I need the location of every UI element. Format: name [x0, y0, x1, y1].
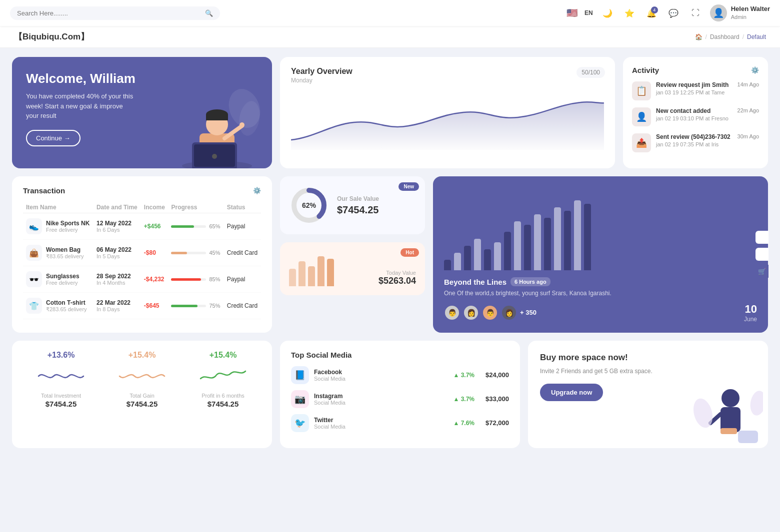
item-name-3: Cotton T-shirt	[46, 299, 87, 306]
activity-title-2: Sent review (504)236-7302	[656, 133, 732, 140]
stat-value-0: $7454.25	[23, 400, 99, 408]
activity-text-1: New contact added jan 02 19 03:10 PM at …	[656, 107, 732, 121]
bar-11	[554, 207, 561, 270]
income-cell-1: -$80	[141, 240, 168, 266]
item-sub-1: ₹83.65 delivery	[46, 253, 84, 260]
star-icon[interactable]: ⭐	[622, 5, 637, 20]
bar-group	[574, 200, 581, 270]
edge-icon-3[interactable]: 🛒	[756, 265, 768, 278]
language-selector[interactable]: EN	[584, 9, 593, 16]
user-avatar-wrap[interactable]: 👤 Helen Walter Admin	[710, 4, 770, 21]
continue-button[interactable]: Continue →	[26, 130, 80, 146]
upgrade-button[interactable]: Upgrade now	[540, 384, 603, 401]
bar-chart-card: Beyond the Lines 6 Hours ago One Of the …	[433, 176, 768, 333]
item-name-cell: 👕 Cotton T-shirt ₹283.65 delivery	[23, 293, 94, 319]
date-month: June	[744, 316, 757, 323]
yearly-overview-card: Yearly Overview Monday 50/100	[280, 57, 615, 168]
top-navigation: 🔍 🇺🇸 EN 🌙 ⭐ 🔔 4 💬 ⛶ 👤 Helen Walter Admin	[0, 0, 780, 26]
svg-point-22	[748, 390, 763, 417]
breadcrumb-default[interactable]: Default	[747, 33, 766, 40]
item-days-3: In 8 Days	[96, 306, 138, 312]
bar-group	[534, 214, 541, 270]
svg-rect-7	[206, 114, 228, 120]
flag-icon: 🇺🇸	[566, 7, 578, 18]
item-name-cell: 👟 Nike Sports NK Free delivery	[23, 213, 94, 240]
social-list: 📘 Facebook Social Media ▲ 3.7% $24,000 📷…	[291, 366, 509, 432]
social-amount-0: $24,000	[486, 371, 509, 379]
sale-cards: New 62% Our Sale Value $7454.25 Hot	[280, 176, 425, 333]
hot-bar-chart: Today Value $5263.04	[289, 251, 416, 286]
sparkline-0	[23, 364, 99, 389]
bar-6	[504, 232, 511, 270]
activity-desc-1: jan 02 19 03:10 PM at Fresno	[656, 115, 732, 121]
notifications-bell[interactable]: 🔔 4	[644, 5, 659, 20]
progress-pct-3: 75%	[209, 303, 220, 309]
messages-icon[interactable]: 💬	[666, 5, 681, 20]
mini-pct-2: +15.4%	[185, 351, 261, 360]
status-cell-1: Credit Card	[224, 240, 261, 266]
bar-1	[454, 253, 461, 270]
bar-0	[444, 260, 451, 270]
avatar: 👤	[710, 4, 727, 21]
sale-new-label: Our Sale Value	[337, 195, 379, 202]
avatars-row: 👨 👩 👨 👩 + 350 10 June	[444, 303, 757, 323]
upgrade-desc: Invite 2 Friends and get 5 GB extra spac…	[540, 367, 756, 376]
item-name-2: Sunglasses	[46, 273, 80, 280]
social-item-2: 🐦 Twitter Social Media ▲ 7.6% $72,000	[291, 414, 509, 432]
new-badge: New	[398, 182, 419, 191]
social-name-2: Twitter	[314, 417, 346, 424]
stat-value-1: $7454.25	[104, 400, 180, 408]
breadcrumb-dashboard[interactable]: Dashboard	[710, 33, 740, 40]
expand-icon[interactable]: ⛶	[688, 5, 703, 20]
bar-group	[514, 221, 521, 270]
social-pct-0: ▲ 3.7%	[453, 372, 474, 379]
social-icon-0: 📘	[291, 366, 309, 384]
stat-name-1: Total Gain	[104, 393, 180, 399]
activity-text-2: Sent review (504)236-7302 jan 02 19 07:3…	[656, 133, 732, 147]
social-info-1: Instagram Social Media	[314, 393, 346, 406]
item-name-cell: 👜 Women Bag ₹83.65 delivery	[23, 240, 94, 266]
progress-bar-3	[171, 305, 206, 307]
welcome-illustration	[172, 88, 262, 168]
search-input[interactable]	[17, 9, 201, 17]
transaction-title: Transaction	[23, 186, 65, 195]
welcome-card: Welcome, William You have completed 40% …	[12, 57, 272, 168]
income-cell-2: -$4,232	[141, 266, 168, 293]
home-icon[interactable]: 🏠	[695, 33, 702, 40]
search-icon: 🔍	[205, 9, 213, 17]
dark-mode-toggle[interactable]: 🌙	[600, 5, 615, 20]
social-name-1: Instagram	[314, 393, 346, 400]
nav-right: 🇺🇸 EN 🌙 ⭐ 🔔 4 💬 ⛶ 👤 Helen Walter Admin	[566, 4, 770, 21]
activity-settings-icon[interactable]: ⚙️	[751, 66, 759, 74]
bar-group	[504, 232, 511, 270]
income-cell-3: -$645	[141, 293, 168, 319]
upgrade-illustration	[693, 383, 763, 448]
item-date-2: 28 Sep 2022	[96, 273, 138, 280]
row-3: +13.6% Total Investment $7454.25 +15.4% …	[12, 341, 768, 448]
progress-fill-2	[171, 278, 201, 281]
svg-rect-19	[738, 431, 758, 443]
sale-hot-value: $5263.04	[378, 276, 416, 286]
social-amount-1: $33,000	[486, 395, 509, 403]
activity-time-1: 22m Ago	[738, 107, 759, 113]
item-date-3: 22 Mar 2022	[96, 299, 138, 306]
social-pct-2: ▲ 7.6%	[453, 420, 474, 427]
search-bar[interactable]: 🔍	[10, 6, 220, 20]
bar-12	[564, 211, 571, 270]
col-progress: Progress	[168, 202, 224, 213]
breadcrumb-bar: 【Biqubiqu.Com】 🏠 / Dashboard / Default	[0, 26, 780, 48]
table-row: 👜 Women Bag ₹83.65 delivery 06 May 2022 …	[23, 240, 261, 266]
edge-icon-1[interactable]: ✎	[756, 231, 768, 244]
edge-icon-2[interactable]: ⚙	[756, 248, 768, 261]
hot-badge: Hot	[400, 248, 419, 257]
sparkline-2	[185, 364, 261, 389]
transaction-settings-icon[interactable]: ⚙️	[253, 187, 261, 194]
sale-hot-card: Hot Today Value $5263.04	[280, 242, 425, 295]
activity-desc-0: jan 03 19 12:25 PM at Tame	[656, 89, 732, 95]
bar-9	[534, 214, 541, 270]
yearly-badge: 50/100	[576, 67, 605, 78]
svg-rect-18	[727, 428, 737, 434]
item-date-0: 12 May 2022	[96, 220, 138, 227]
col-status: Status	[224, 202, 261, 213]
item-sub-0: Free delivery	[46, 227, 90, 233]
